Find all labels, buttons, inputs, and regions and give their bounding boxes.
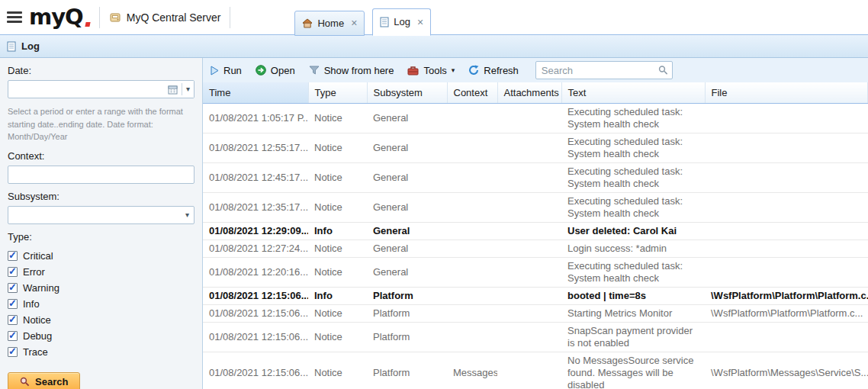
checkbox[interactable]: ✓ — [8, 251, 18, 261]
subsystem-label: Subsystem: — [8, 191, 194, 202]
log-grid: Time Type Subsystem Context Attachments … — [203, 82, 868, 389]
cell-subsystem: Platform — [367, 304, 447, 322]
cell-attachments — [497, 304, 561, 322]
cell-file: \WsfPlatform\Messages\Service\S... — [705, 352, 868, 389]
tab-home[interactable]: Home × — [294, 11, 365, 36]
cell-file — [705, 257, 868, 287]
type-label: Type: — [8, 231, 194, 243]
type-checkbox-label: Info — [23, 298, 40, 310]
log-icon — [7, 41, 16, 52]
column-header-context[interactable]: Context — [447, 82, 497, 103]
cell-text: User deleted: Carol Kai — [561, 222, 705, 240]
log-table-row[interactable]: 01/08/2021 12:15:06... Notice Platform M… — [203, 352, 868, 389]
tab-label: Home — [317, 18, 344, 29]
type-checkbox-label: Critical — [23, 250, 53, 262]
refresh-button[interactable]: Refresh — [468, 65, 519, 76]
type-filter-option[interactable]: ✓ Info — [8, 296, 194, 312]
log-table-body: 01/08/2021 1:05:17 P... Notice General E… — [203, 103, 868, 389]
checkbox[interactable]: ✓ — [8, 315, 18, 325]
check-icon: ✓ — [8, 313, 17, 325]
tab-log[interactable]: Log × — [372, 8, 431, 36]
log-table-row[interactable]: 01/08/2021 12:15:06... Notice Platform S… — [203, 304, 868, 322]
column-header-time[interactable]: Time — [203, 82, 308, 103]
checkbox[interactable]: ✓ — [8, 347, 18, 357]
cell-attachments — [497, 162, 561, 192]
checkbox[interactable]: ✓ — [8, 331, 18, 341]
cell-file — [705, 322, 868, 352]
type-filter-option[interactable]: ✓ Critical — [8, 248, 194, 264]
cell-text: SnapScan payment provider is not enabled — [561, 322, 705, 352]
log-table-row[interactable]: 01/08/2021 12:20:16... Notice General Ex… — [203, 257, 868, 287]
home-icon — [302, 18, 313, 28]
cell-subsystem: General — [367, 257, 447, 287]
type-filter-option[interactable]: ✓ Notice — [8, 312, 194, 328]
type-checkbox-label: Debug — [23, 330, 52, 342]
run-icon — [211, 66, 219, 76]
cell-type: Notice — [308, 304, 367, 322]
log-table-row[interactable]: 01/08/2021 1:05:17 P... Notice General E… — [203, 103, 868, 133]
date-label: Date: — [8, 65, 194, 76]
calendar-icon[interactable] — [168, 85, 178, 95]
column-header-attachments[interactable]: Attachments — [497, 82, 561, 103]
cell-attachments — [497, 352, 561, 389]
cell-text: Executing scheduled task: System health … — [561, 103, 705, 133]
log-table-row[interactable]: 01/08/2021 12:15:06... Info Platform boo… — [203, 287, 868, 304]
column-header-subsystem[interactable]: Subsystem — [367, 82, 447, 103]
checkbox[interactable]: ✓ — [8, 267, 18, 277]
cell-attachments — [497, 257, 561, 287]
cell-type: Notice — [308, 103, 367, 133]
cell-text: Starting Metrics Monitor — [561, 304, 705, 322]
page-title: Log — [21, 40, 40, 52]
cell-attachments — [497, 133, 561, 162]
log-icon — [380, 17, 389, 27]
chevron-down-icon[interactable]: ▾ — [185, 211, 189, 219]
log-table-row[interactable]: 01/08/2021 12:29:09... Info General User… — [203, 222, 868, 240]
log-table-row[interactable]: 01/08/2021 12:45:17... Notice General Ex… — [203, 162, 868, 192]
column-header-text[interactable]: Text — [561, 82, 705, 103]
top-bar: myQ MyQ Central Server Home × Log × — [0, 0, 868, 35]
cell-time: 01/08/2021 12:55:17... — [203, 133, 308, 162]
column-header-type[interactable]: Type — [308, 82, 367, 103]
cell-type: Notice — [308, 192, 367, 222]
context-input[interactable] — [8, 166, 194, 184]
refresh-icon — [468, 65, 479, 76]
cell-time: 01/08/2021 12:27:24... — [203, 240, 308, 257]
show-from-here-button[interactable]: Show from here — [309, 65, 394, 76]
open-button[interactable]: Open — [256, 65, 295, 76]
cell-file — [705, 162, 868, 192]
cell-text: Executing scheduled task: System health … — [561, 257, 705, 287]
type-filter-option[interactable]: ✓ Trace — [8, 344, 194, 360]
tab-close-icon[interactable]: × — [417, 17, 423, 27]
type-filter-option[interactable]: ✓ Error — [8, 264, 194, 280]
run-button[interactable]: Run — [211, 65, 242, 76]
search-button-label: Search — [35, 376, 68, 387]
myq-logo: myQ — [29, 6, 90, 28]
cell-type: Notice — [308, 133, 367, 162]
date-help-text: Select a period or enter a range with th… — [8, 105, 194, 143]
chevron-down-icon: ▾ — [452, 67, 455, 74]
server-selector[interactable]: MyQ Central Server — [109, 11, 221, 24]
tab-close-icon[interactable]: × — [351, 18, 357, 28]
check-icon: ✓ — [8, 346, 17, 357]
log-table-row[interactable]: 01/08/2021 12:15:06... Notice Platform S… — [203, 322, 868, 352]
log-table-row[interactable]: 01/08/2021 12:35:17... Notice General Ex… — [203, 192, 868, 222]
cell-text: booted | time=8s — [561, 287, 705, 304]
menu-icon[interactable] — [5, 10, 24, 24]
log-table-row[interactable]: 01/08/2021 12:55:17... Notice General Ex… — [203, 133, 868, 162]
checkbox[interactable]: ✓ — [8, 283, 18, 293]
column-header-file[interactable]: File — [705, 82, 868, 103]
tools-button[interactable]: Tools ▾ — [407, 65, 455, 76]
type-filter-option[interactable]: ✓ Warning — [8, 280, 194, 296]
chevron-down-icon[interactable]: ▾ — [186, 85, 190, 93]
tools-label: Tools — [423, 65, 446, 76]
log-table-row[interactable]: 01/08/2021 12:27:24... Notice General Lo… — [203, 240, 868, 257]
cell-subsystem: Platform — [367, 287, 447, 304]
type-filter-option[interactable]: ✓ Debug — [8, 328, 194, 344]
search-button[interactable]: Search — [8, 372, 80, 389]
cell-type: Notice — [308, 352, 367, 389]
subsystem-select[interactable] — [8, 206, 194, 224]
checkbox[interactable]: ✓ — [8, 299, 18, 309]
cell-context — [447, 192, 497, 222]
cell-time: 01/08/2021 12:15:06... — [203, 322, 308, 352]
log-search-input[interactable] — [535, 61, 673, 79]
